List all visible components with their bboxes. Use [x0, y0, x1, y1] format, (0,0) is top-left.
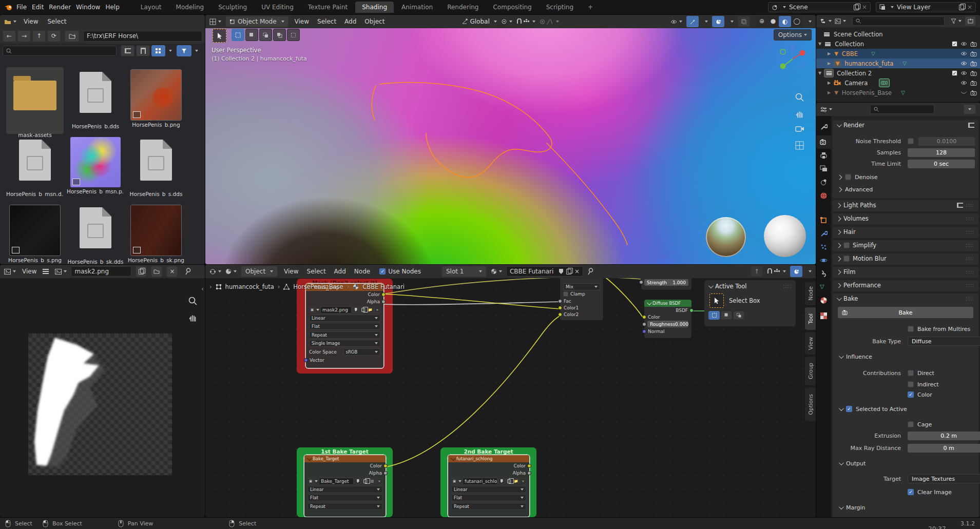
outliner-row-horsepenis-base[interactable]: ▶ ▼ HorsePenis_Base ▽ — [816, 88, 980, 97]
image-selector-row[interactable]: ▣ futanari_schlong 📁 × — [451, 478, 526, 484]
workspace-tab-compositing[interactable]: Compositing — [486, 2, 538, 13]
shading-wireframe-button[interactable]: ⊕ — [756, 16, 767, 26]
node-header[interactable]: Diffuse BSDF — [644, 300, 691, 307]
options-dropdown[interactable]: Options — [774, 29, 812, 41]
zoom-icon[interactable] — [795, 93, 804, 102]
proportional-editing-controls[interactable] — [540, 19, 559, 25]
active-tool-select-box-button[interactable] — [213, 29, 226, 43]
overlays-toggle[interactable] — [790, 266, 802, 277]
eye-icon[interactable] — [960, 51, 967, 56]
xray-toggle[interactable] — [738, 16, 750, 27]
projection-dropdown[interactable]: Flat — [451, 494, 526, 501]
image-icon[interactable]: ▣ — [451, 478, 457, 484]
filter-toggle-button[interactable] — [177, 45, 191, 56]
unlink-icon[interactable]: × — [376, 478, 382, 484]
outliner-row-collection-2[interactable]: ▼ Collection 2 ✓ — [816, 68, 980, 78]
copy-icon[interactable] — [360, 307, 366, 313]
socket-normal-in[interactable] — [642, 329, 646, 334]
pan-hand-icon[interactable] — [795, 109, 804, 119]
select-box-tool-icon[interactable] — [709, 293, 724, 308]
select-extend-mode-button[interactable] — [721, 311, 732, 320]
disclosure-triangle[interactable]: ▼ — [818, 42, 821, 46]
tab-view-layer[interactable] — [820, 165, 828, 172]
tab-texture[interactable] — [820, 312, 828, 320]
performance-section[interactable]: Performance:::: — [833, 280, 978, 291]
light-paths-section[interactable]: Light Paths:::: — [833, 200, 978, 211]
motion-blur-section[interactable]: Motion Blur:::: — [833, 253, 978, 265]
bake-type-dropdown[interactable]: Diffuse — [908, 337, 980, 346]
camera-view-icon[interactable] — [795, 125, 804, 132]
selected-to-active-subheader[interactable]: Selected to Active — [839, 404, 907, 414]
forward-button[interactable]: → — [17, 30, 31, 42]
menu-view[interactable]: View — [22, 17, 40, 26]
use-nodes-checkbox[interactable] — [379, 268, 386, 275]
open-image-button[interactable] — [151, 266, 162, 277]
menu-object[interactable]: Object — [362, 17, 387, 26]
selected-to-active-checkbox[interactable] — [846, 406, 852, 412]
tab-object-data[interactable]: ▽ — [820, 283, 824, 290]
menu-edit[interactable]: Edit — [30, 3, 46, 12]
simplify-checkbox[interactable] — [843, 242, 850, 248]
tab-object[interactable] — [820, 217, 828, 224]
socket-alpha-out[interactable] — [381, 300, 386, 304]
eye-icon[interactable] — [960, 71, 967, 75]
browse-folder-icon[interactable]: 📁 — [367, 307, 373, 313]
projection-dropdown[interactable]: Flat — [308, 494, 382, 501]
menu-view[interactable]: View — [20, 267, 39, 276]
select-mode-invert-button[interactable] — [273, 29, 286, 41]
menu-view[interactable]: View — [293, 17, 311, 26]
hair-section[interactable]: Hair:::: — [833, 227, 978, 238]
workspace-tab-texture-paint[interactable]: Texture Paint — [301, 2, 354, 13]
denoise-checkbox[interactable] — [845, 174, 851, 180]
render-section-header[interactable]: Render — [833, 120, 978, 130]
material-name-field[interactable]: CBBE Futanari × — [506, 266, 583, 277]
interpolation-dropdown[interactable]: Linear — [309, 315, 380, 322]
camera-visibility-icon[interactable] — [970, 42, 977, 47]
slot-dropdown[interactable]: Slot 1 — [441, 266, 487, 277]
overlays-options-dropdown[interactable] — [731, 21, 734, 23]
workspace-tab-shading[interactable]: Shading — [355, 2, 394, 13]
editor-type-button[interactable] — [4, 19, 16, 25]
outliner-row-camera[interactable]: ▶ Camera — [816, 78, 980, 88]
workspace-tab-uv-editing[interactable]: UV Editing — [255, 2, 300, 13]
file-tile[interactable]: HorsePenis_b_sk.png — [127, 203, 185, 263]
expand-icon[interactable] — [837, 187, 842, 192]
display-mode-dropdown[interactable] — [835, 18, 846, 24]
collection-checkbox[interactable]: ✓ — [952, 70, 957, 76]
image-editor[interactable]: View mask2.png × ‹ — [0, 265, 205, 517]
file-tile-selected[interactable]: mask-assets — [6, 67, 64, 134]
close-icon[interactable]: × — [862, 4, 867, 10]
margin-subheader[interactable]: Margin — [839, 503, 866, 512]
node-header[interactable]: futanari_schlong — [448, 455, 529, 462]
source-dropdown[interactable]: Single Image — [309, 340, 380, 347]
noise-threshold-checkbox[interactable] — [908, 138, 914, 144]
socket-color-out[interactable] — [383, 464, 388, 468]
disclosure-triangle[interactable]: ▶ — [828, 51, 831, 56]
properties-search-input[interactable] — [870, 105, 934, 114]
node-diffuse-bsdf[interactable]: Diffuse BSDF BSDF Color Roughness0.000 N… — [644, 299, 692, 339]
navigation-gizmo[interactable] — [777, 43, 809, 75]
outliner-search-input[interactable] — [852, 16, 945, 26]
visibility-dropdown[interactable] — [670, 19, 682, 24]
close-icon[interactable]: × — [967, 4, 972, 10]
interpolation-dropdown[interactable]: Linear — [451, 486, 526, 493]
select-subtract-mode-button[interactable] — [733, 311, 744, 320]
file-tile[interactable]: HorsePenis_b.png — [127, 67, 185, 128]
shading-options-dropdown[interactable] — [809, 21, 812, 23]
unlink-icon[interactable]: × — [374, 307, 380, 313]
node-image-texture-mask[interactable]: mask2.png Color Alpha ▣ mask2.png 📁 × Li… — [305, 283, 384, 368]
image-datablock-icon[interactable] — [55, 269, 67, 275]
view-layer-selector[interactable]: View Layer × — [876, 2, 976, 12]
file-tile[interactable]: HorsePenis_b_sk.dds — [67, 203, 124, 264]
fake-user-shield-icon[interactable] — [355, 478, 361, 484]
menu-file[interactable]: File — [14, 3, 29, 12]
back-button[interactable]: ← — [3, 30, 16, 42]
socket-roughness-in[interactable] — [642, 322, 646, 326]
menu-select[interactable]: Select — [315, 17, 338, 26]
socket-strength-in[interactable] — [639, 280, 643, 284]
outliner-row-collection[interactable]: ▼ Collection ✓ — [816, 39, 980, 49]
workspace-tab-layout[interactable]: Layout — [134, 2, 168, 13]
editor-type-button[interactable] — [209, 268, 221, 275]
pack-icon[interactable]: ▥ — [369, 478, 375, 484]
display-vertical-list-button[interactable] — [121, 45, 134, 56]
